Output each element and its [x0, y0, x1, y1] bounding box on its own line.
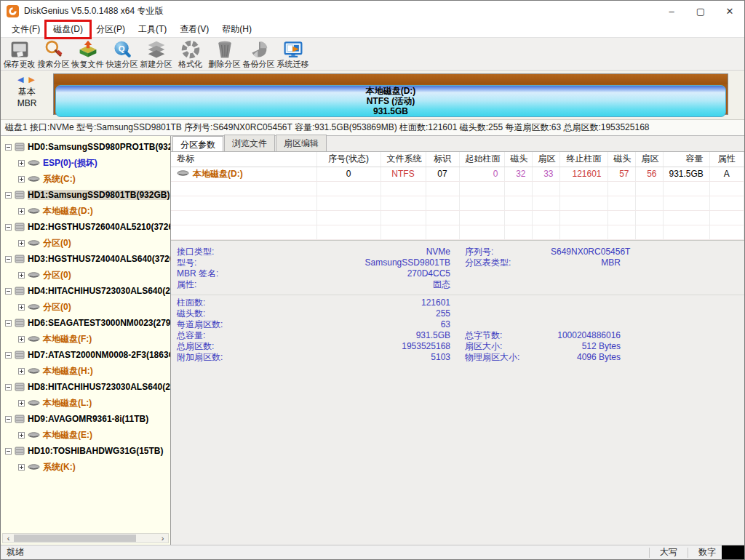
maximize-button[interactable]: ▢ [686, 1, 715, 21]
expand-icon[interactable] [18, 336, 25, 343]
collapse-icon[interactable] [5, 448, 12, 455]
expand-icon[interactable] [18, 368, 25, 375]
collapse-icon[interactable] [5, 256, 12, 263]
expand-icon[interactable] [18, 208, 25, 215]
disk-icon [15, 223, 25, 231]
collapse-icon[interactable] [5, 144, 12, 151]
prev-disk-icon[interactable]: ◀ [17, 75, 25, 84]
expand-icon[interactable] [18, 432, 25, 439]
collapse-icon[interactable] [5, 384, 12, 391]
disk-bar-header [54, 74, 728, 84]
cell-attr: A [709, 167, 744, 181]
menu-partition[interactable]: 分区(P) [89, 22, 132, 37]
tree-item-hd10[interactable]: HD10:TOSHIBAHDWG31G(15TB) [1, 443, 170, 459]
partition-block-d[interactable]: 本地磁盘(D:) NTFS (活动) 931.5GB [55, 85, 726, 117]
partition-size: 931.5GB [373, 106, 408, 116]
scroll-left-icon[interactable]: ‹ [3, 534, 14, 543]
partition-icon [28, 239, 40, 247]
collapse-icon[interactable] [5, 192, 12, 199]
empty-row [171, 210, 744, 225]
collapse-icon[interactable] [5, 416, 12, 423]
scroll-right-icon[interactable]: › [157, 534, 168, 543]
disk-icon [15, 287, 25, 295]
tree-item-hd0[interactable]: HD0:SamsungSSD980PRO1TB(932GB [1, 139, 170, 155]
menu-tools[interactable]: 工具(T) [132, 22, 173, 37]
tree-item-hd4-part0[interactable]: 分区(0) [1, 299, 170, 315]
expand-icon[interactable] [18, 240, 25, 247]
tree-item-hd3-part0[interactable]: 分区(0) [1, 267, 170, 283]
col-id: 标识 [426, 152, 459, 167]
close-button[interactable]: ✕ [715, 1, 744, 21]
collapse-icon[interactable] [5, 288, 12, 295]
delete-partition-icon [215, 39, 235, 60]
content-pane: 分区参数 浏览文件 扇区编辑 卷标 序号(状态) 文件系统 [171, 136, 744, 545]
expand-icon[interactable] [18, 400, 25, 407]
collapse-icon[interactable] [5, 224, 12, 231]
partition-icon [28, 159, 40, 167]
partition-icon [28, 335, 40, 343]
tab-sector-edit[interactable]: 扇区编辑 [276, 135, 327, 151]
col-index: 序号(状态) [316, 152, 381, 167]
partition-icon [28, 367, 40, 375]
collapse-icon[interactable] [5, 320, 12, 327]
tree-item-hd9[interactable]: HD9:AVAGOMR9361-8i(11TB) [1, 411, 170, 427]
menu-help[interactable]: 帮助(H) [215, 22, 258, 37]
toolbar-format[interactable]: 格式化 [173, 39, 207, 70]
next-disk-icon[interactable]: ▶ [29, 75, 36, 84]
toolbar-save-changes[interactable]: 保存更改 [2, 39, 36, 70]
tree-item-hd1[interactable]: HD1:SamsungSSD9801TB(932GB) [1, 187, 170, 203]
tree-item-esp[interactable]: ESP(0)-(损坏) [1, 155, 170, 171]
tab-partition-params[interactable]: 分区参数 [172, 136, 223, 151]
expand-icon[interactable] [18, 464, 25, 471]
col-volume: 卷标 [171, 152, 316, 167]
menu-view[interactable]: 查看(V) [173, 22, 215, 37]
expand-icon[interactable] [18, 272, 25, 279]
expand-icon[interactable] [18, 304, 25, 311]
tree-horizontal-scrollbar[interactable]: ‹ › [2, 533, 169, 543]
title-bar: DiskGenius V5.5.0.1488 x64 专业版 – ▢ ✕ [1, 1, 744, 21]
partition-icon [177, 169, 189, 179]
toolbar-search-partition[interactable]: 搜索分区 [36, 39, 71, 70]
col-capacity: 容量 [663, 152, 709, 167]
tree-item-hd8[interactable]: HD8:HITACHIHUS723030ALS640(279 [1, 379, 170, 395]
toolbar-system-migrate[interactable]: 系统迁移 [276, 39, 310, 70]
cell-capacity: 931.5GB [663, 167, 709, 181]
disk-info-line: 磁盘1 接口:NVMe 型号:SamsungSSD9801TB 序列号:S649… [1, 120, 744, 136]
tree-item-hd2-part0[interactable]: 分区(0) [1, 235, 170, 251]
tree-item-hd7[interactable]: HD7:ATAST2000NM0008-2F3(1863GE [1, 347, 170, 363]
expand-icon[interactable] [18, 176, 25, 183]
tree-item-hd3[interactable]: HD3:HGSTHUS724040ALS640(3726GE [1, 251, 170, 267]
tree-item-local-f[interactable]: 本地磁盘(F:) [1, 331, 170, 347]
tree-item-hd4[interactable]: HD4:HITACHIHUS723030ALS640(279 [1, 283, 170, 299]
col-end-head: 磁头 [607, 152, 635, 167]
toolbar: 保存更改 搜索分区 恢复文件 Q 快速分区 新建分区 格式化 删除分区 备份分区 [1, 37, 744, 71]
status-ready: 就绪 [1, 546, 24, 559]
tree-item-local-e[interactable]: 本地磁盘(E:) [1, 427, 170, 443]
menu-disk[interactable]: 磁盘(D) [47, 22, 89, 37]
disk-mode-label: 基本 [18, 86, 36, 98]
tree-item-system-k[interactable]: 系统(K:) [1, 459, 170, 475]
tree-item-local-d[interactable]: 本地磁盘(D:) [1, 203, 170, 219]
toolbar-recover-files[interactable]: 恢复文件 [71, 39, 105, 70]
scrollbar-thumb[interactable] [14, 535, 136, 542]
cell-start-cyl: 0 [459, 167, 504, 181]
tab-browse-files[interactable]: 浏览文件 [224, 135, 275, 151]
tree-item-local-h[interactable]: 本地磁盘(H:) [1, 363, 170, 379]
disk-icon [15, 415, 25, 423]
status-corner-block [722, 545, 744, 559]
minimize-button[interactable]: – [657, 1, 686, 21]
tree-item-local-l[interactable]: 本地磁盘(L:) [1, 395, 170, 411]
disk-overview-banner: ◀ ▶ 基本 MBR 本地磁盘(D:) NTFS (活动) 931.5GB [1, 71, 744, 120]
tree-item-system-c[interactable]: 系统(C:) [1, 171, 170, 187]
disk-icon [15, 383, 25, 391]
toolbar-new-partition[interactable]: 新建分区 [139, 39, 173, 70]
toolbar-delete-partition[interactable]: 删除分区 [207, 39, 242, 70]
tree-item-hd2[interactable]: HD2:HGSTHUS726040AL5210(3726GE [1, 219, 170, 235]
expand-icon[interactable] [18, 160, 25, 167]
collapse-icon[interactable] [5, 352, 12, 359]
tree-item-hd6[interactable]: HD6:SEAGATEST3000NM0023(2795G [1, 315, 170, 331]
menu-file[interactable]: 文件(F) [5, 22, 47, 37]
toolbar-backup-partition[interactable]: 备份分区 [242, 39, 276, 70]
toolbar-quick-partition[interactable]: Q 快速分区 [105, 39, 139, 70]
table-row[interactable]: 本地磁盘(D:) 0 NTFS 07 0 32 33 121601 57 56 … [171, 167, 744, 181]
